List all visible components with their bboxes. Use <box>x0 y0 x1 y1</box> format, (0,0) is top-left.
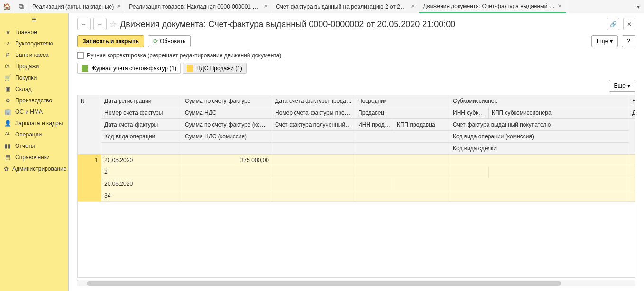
subtab-journal[interactable]: Журнал учета счетов-фактур (1) <box>77 63 181 74</box>
favorite-icon[interactable]: ☆ <box>110 19 117 29</box>
back-button[interactable]: ← <box>77 18 91 30</box>
tab-0[interactable]: Реализация (акты, накладные)✕ <box>28 0 125 13</box>
sidebar-item-main[interactable]: ★Главное <box>0 27 68 38</box>
person-icon: 👤 <box>4 120 11 127</box>
horizontal-scrollbar[interactable] <box>77 280 635 286</box>
sidebar-item-sales[interactable]: 🛍Продажи <box>0 61 68 72</box>
bag-icon: 🛍 <box>4 63 11 70</box>
bars-icon: ▮▮ <box>4 143 11 149</box>
more-button[interactable]: Еще▾ <box>591 35 618 47</box>
cart-icon: 🛒 <box>4 74 11 81</box>
sidebar-item-operations[interactable]: ᴬᴮОперации <box>0 129 68 140</box>
col-sum[interactable]: Сумма по счету-фактуре <box>182 95 272 107</box>
manual-edit-checkbox[interactable] <box>77 52 84 59</box>
sidebar-item-purchases[interactable]: 🛒Покупки <box>0 72 68 83</box>
page-title: Движения документа: Счет-фактура выданны… <box>120 19 455 29</box>
sidebar-item-assets[interactable]: 🏢ОС и НМА <box>0 106 68 118</box>
tab-more-icon[interactable]: ▾ <box>633 0 644 13</box>
star-icon: ★ <box>4 29 11 36</box>
chevron-down-icon: ▾ <box>610 38 613 45</box>
close-icon[interactable]: ✕ <box>264 3 268 9</box>
building-icon: 🏢 <box>4 109 11 115</box>
book-icon: ▤ <box>4 154 11 161</box>
topbar: 🏠 ⧉ Реализация (акты, накладные)✕ Реализ… <box>0 0 644 13</box>
forward-button[interactable]: → <box>93 18 107 30</box>
cell-invoice-date[interactable]: 20.05.2020 <box>101 178 182 190</box>
close-icon[interactable]: ✕ <box>558 3 562 9</box>
sidebar-item-reports[interactable]: ▮▮Отчеты <box>0 140 68 152</box>
sidebar-item-admin[interactable]: ✿Администрирование <box>0 163 68 174</box>
close-icon[interactable]: ✕ <box>117 3 121 9</box>
home-icon[interactable]: 🏠 <box>0 0 14 13</box>
cell-op-code[interactable]: 34 <box>101 190 182 202</box>
factory-icon: ⚙ <box>4 97 11 104</box>
grid-row-num[interactable]: 1 <box>78 155 101 202</box>
tab-2[interactable]: Счет-фактура выданный на реализацию 2 от… <box>272 0 419 13</box>
col-seller-date[interactable]: Дата счета-фактуры продавца <box>272 95 355 107</box>
sidebar: ≡ ★Главное ↗Руководителю ₽Банк и касса 🛍… <box>0 13 69 291</box>
manual-edit-label: Ручная корректировка (разрешает редактир… <box>87 52 281 59</box>
cell-reg-date[interactable]: 20.05.2020 <box>101 155 182 166</box>
close-panel-icon[interactable]: ✕ <box>623 18 635 30</box>
cell-invoice-num[interactable]: 2 <box>101 166 182 178</box>
link-icon[interactable]: 🔗 <box>607 18 619 30</box>
tab-3[interactable]: Движения документа: Счет-фактура выданны… <box>419 0 566 13</box>
chart-icon: ↗ <box>4 40 11 47</box>
col-corr-num[interactable]: Номер испр <box>629 95 635 107</box>
sidebar-item-catalogs[interactable]: ▤Справочники <box>0 152 68 163</box>
sidebar-item-salary[interactable]: 👤Зарплата и кадры <box>0 118 68 129</box>
sidebar-item-bank[interactable]: ₽Банк и касса <box>0 49 68 61</box>
sidebar-item-manager[interactable]: ↗Руководителю <box>0 38 68 49</box>
sidebar-item-warehouse[interactable]: ▣Склад <box>0 83 68 95</box>
box-icon: ▣ <box>4 86 11 92</box>
close-icon[interactable]: ✕ <box>411 3 415 9</box>
sidebar-item-production[interactable]: ⚙Производство <box>0 95 68 106</box>
menu-icon[interactable]: ≡ <box>0 13 68 27</box>
ops-icon: ᴬᴮ <box>4 131 11 138</box>
col-sub[interactable]: Субкомиссионер <box>450 95 629 107</box>
tab-1[interactable]: Реализация товаров: Накладная 0000-00000… <box>125 0 272 13</box>
main-area: ← → ☆ Движения документа: Счет-фактура в… <box>69 13 644 291</box>
refresh-icon: ⟳ <box>153 38 158 45</box>
data-grid[interactable]: N Дата регистрации Сумма по счету-фактур… <box>78 95 635 202</box>
col-reg-date[interactable]: Дата регистрации <box>101 95 182 107</box>
chevron-down-icon: ▾ <box>627 82 630 89</box>
help-button[interactable]: ? <box>622 35 635 47</box>
refresh-button[interactable]: ⟳Обновить <box>148 35 191 47</box>
money-icon: ₽ <box>4 52 11 58</box>
table-icon <box>82 65 88 72</box>
save-close-button[interactable]: Записать и закрыть <box>77 35 144 47</box>
col-intermediary[interactable]: Посредник <box>355 95 450 107</box>
windows-icon[interactable]: ⧉ <box>14 0 28 13</box>
subtab-nds-sales[interactable]: НДС Продажи (1) <box>183 63 247 74</box>
table-icon <box>187 65 193 72</box>
gear-icon: ✿ <box>4 165 9 172</box>
cell-sum[interactable]: 375 000,00 <box>182 155 272 166</box>
grid-more-button[interactable]: Еще▾ <box>609 80 635 92</box>
col-n[interactable]: N <box>78 95 101 155</box>
